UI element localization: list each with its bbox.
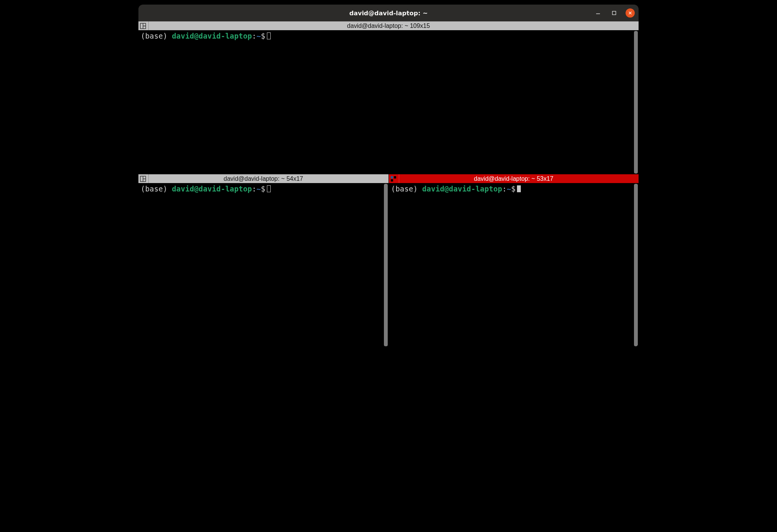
- prompt-line: (base) david@david-laptop:~$: [141, 32, 636, 40]
- maximize-icon: [612, 11, 616, 15]
- prompt-line: (base) david@david-laptop:~$: [391, 185, 637, 193]
- scrollbar-vertical[interactable]: [633, 30, 639, 174]
- pane-bottom-right[interactable]: david@david-laptop: ~ 53x17 (base) david…: [388, 174, 639, 347]
- prompt-symbol: $: [511, 185, 516, 193]
- cursor: [267, 185, 271, 192]
- prompt-sep: :: [252, 32, 257, 40]
- pane-title: david@david-laptop: ~ 54x17: [138, 175, 388, 182]
- svg-rect-13: [394, 179, 396, 182]
- cursor: [267, 32, 271, 39]
- pane-top[interactable]: david@david-laptop: ~ 109x15 (base) davi…: [138, 21, 639, 174]
- window-maximize-button[interactable]: [610, 8, 619, 18]
- terminal-body[interactable]: (base) david@david-laptop:~$: [389, 183, 639, 347]
- split-layout-icon: [140, 176, 146, 182]
- terminal-body[interactable]: (base) david@david-laptop:~$: [138, 183, 388, 347]
- pane-layout-button[interactable]: [138, 21, 149, 30]
- prompt-env: (base): [141, 185, 172, 193]
- scrollbar-vertical[interactable]: [383, 183, 388, 347]
- pane-title: david@david-laptop: ~ 53x17: [389, 175, 639, 182]
- minimize-icon: [596, 11, 600, 15]
- prompt-sep: :: [502, 185, 507, 193]
- scrollbar-thumb[interactable]: [634, 31, 638, 174]
- svg-rect-11: [394, 176, 396, 178]
- svg-rect-10: [391, 176, 393, 178]
- close-icon: [628, 11, 632, 15]
- pane-bottom-left[interactable]: david@david-laptop: ~ 54x17 (base) david…: [138, 174, 388, 347]
- prompt-line: (base) david@david-laptop:~$: [141, 185, 386, 193]
- prompt-user-host: david@david-laptop: [172, 185, 252, 193]
- scrollbar-thumb[interactable]: [634, 184, 638, 346]
- pane-titlebar[interactable]: david@david-laptop: ~ 54x17: [138, 174, 388, 183]
- svg-rect-12: [391, 179, 393, 182]
- prompt-path: ~: [257, 32, 261, 40]
- prompt-sep: :: [252, 185, 257, 193]
- cursor: [517, 185, 521, 192]
- window-close-button[interactable]: [626, 8, 635, 18]
- window-minimize-button[interactable]: [593, 8, 603, 18]
- prompt-path: ~: [507, 185, 511, 193]
- pane-titlebar-active[interactable]: david@david-laptop: ~ 53x17: [389, 174, 639, 183]
- split-layout-icon: [140, 23, 146, 29]
- scrollbar-vertical[interactable]: [633, 183, 639, 347]
- pane-title: david@david-laptop: ~ 109x15: [138, 23, 639, 29]
- prompt-user-host: david@david-laptop: [422, 185, 502, 193]
- terminal-window: david@david-laptop: ~: [138, 5, 639, 347]
- window-titlebar[interactable]: david@david-laptop: ~: [138, 5, 639, 21]
- prompt-symbol: $: [261, 185, 265, 193]
- prompt-symbol: $: [261, 32, 265, 40]
- pane-container: david@david-laptop: ~ 109x15 (base) davi…: [138, 21, 639, 347]
- svg-rect-1: [613, 11, 616, 15]
- window-controls: [593, 8, 635, 18]
- terminal-body[interactable]: (base) david@david-laptop:~$: [138, 30, 639, 174]
- scrollbar-thumb[interactable]: [384, 184, 388, 346]
- pane-layout-button[interactable]: [389, 174, 399, 183]
- prompt-path: ~: [257, 185, 261, 193]
- pane-titlebar[interactable]: david@david-laptop: ~ 109x15: [138, 21, 639, 30]
- pane-layout-button[interactable]: [138, 174, 149, 183]
- prompt-env: (base): [391, 185, 422, 193]
- prompt-user-host: david@david-laptop: [172, 32, 252, 40]
- window-title: david@david-laptop: ~: [138, 10, 639, 17]
- prompt-env: (base): [141, 32, 172, 40]
- split-layout-icon: [390, 176, 397, 182]
